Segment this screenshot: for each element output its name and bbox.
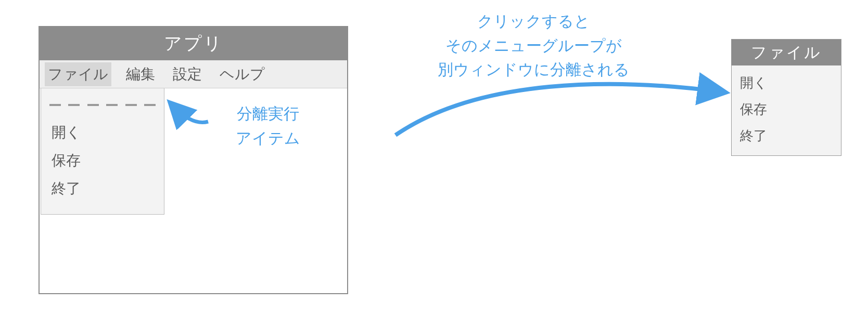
menu-file[interactable]: ファイル <box>45 62 111 86</box>
dropdown-exit[interactable]: 終了 <box>49 175 156 203</box>
dropdown-open[interactable]: 開く <box>49 118 156 147</box>
dash-icon <box>87 104 99 106</box>
dash-icon <box>144 104 156 106</box>
menubar: ファイル 編集 設定 ヘルプ <box>40 60 347 88</box>
detached-body: 開く 保存 終了 <box>732 65 841 155</box>
annotation-top: クリックすると そのメニューグループが 別ウィンドウに分離される <box>411 9 656 82</box>
menu-edit[interactable]: 編集 <box>123 62 158 86</box>
menu-settings[interactable]: 設定 <box>170 62 205 86</box>
detached-save[interactable]: 保存 <box>732 96 841 123</box>
app-title: アプリ <box>164 32 223 56</box>
app-titlebar: アプリ <box>40 27 347 60</box>
detached-exit[interactable]: 終了 <box>732 123 841 149</box>
dash-icon <box>68 104 80 106</box>
dash-icon <box>125 104 137 106</box>
dash-icon <box>106 104 118 106</box>
dash-icon <box>49 104 61 106</box>
detached-open[interactable]: 開く <box>732 70 841 96</box>
detached-title: ファイル <box>751 42 822 63</box>
annotation-top-line2: そのメニューグループが <box>411 34 656 58</box>
annotation-left: 分離実行 アイテム <box>208 102 328 150</box>
annotation-top-line3: 別ウィンドウに分離される <box>411 58 656 82</box>
detached-window: ファイル 開く 保存 終了 <box>731 39 841 156</box>
annotation-top-line1: クリックすると <box>411 9 656 34</box>
arrow-right-icon <box>395 84 718 135</box>
tearoff-handle[interactable] <box>49 99 156 111</box>
annotation-left-line2: アイテム <box>208 126 328 151</box>
detached-titlebar: ファイル <box>732 40 841 65</box>
file-dropdown: 開く 保存 終了 <box>41 88 164 215</box>
annotation-left-line1: 分離実行 <box>208 102 328 126</box>
menu-help[interactable]: ヘルプ <box>216 62 268 86</box>
dropdown-save[interactable]: 保存 <box>49 147 156 175</box>
